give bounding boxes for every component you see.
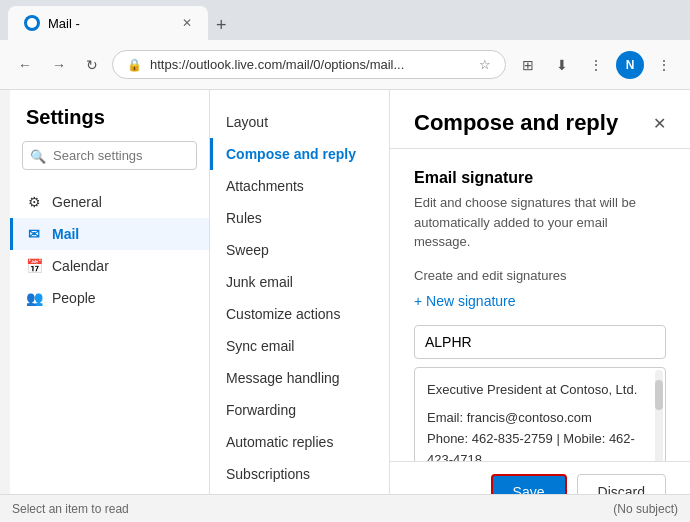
sidebar-item-mail[interactable]: ✉ Mail: [10, 218, 209, 250]
sidebar-item-general[interactable]: ⚙ General: [10, 186, 209, 218]
back-button[interactable]: ←: [12, 53, 38, 77]
profile-button[interactable]: N: [616, 51, 644, 79]
signature-name-input[interactable]: [414, 325, 666, 359]
settings-title: Settings: [10, 106, 209, 141]
middle-menu: Layout Compose and reply Attachments Rul…: [210, 90, 390, 522]
panel-content: Email signature Edit and choose signatur…: [390, 149, 690, 461]
status-right: (No subject): [613, 502, 678, 516]
bookmark-icon: ☆: [479, 57, 491, 72]
address-bar[interactable]: 🔒 https://outlook.live.com/mail/0/option…: [112, 50, 506, 79]
people-icon: 👥: [26, 290, 42, 306]
menu-item-subscriptions[interactable]: Subscriptions: [210, 458, 389, 490]
tab-close-button[interactable]: ✕: [182, 16, 192, 30]
forward-button[interactable]: →: [46, 53, 72, 77]
section-title: Email signature: [414, 169, 666, 187]
nav-icons: ⊞ ⬇ ⋮ N ⋮: [514, 51, 678, 79]
create-label: Create and edit signatures: [414, 268, 666, 283]
panel-close-button[interactable]: ✕: [653, 114, 666, 133]
menu-button[interactable]: ⋮: [650, 51, 678, 79]
sidebar-item-people[interactable]: 👥 People: [10, 282, 209, 314]
menu-item-attachments[interactable]: Attachments: [210, 170, 389, 202]
menu-item-sweep[interactable]: Sweep: [210, 234, 389, 266]
menu-item-layout[interactable]: Layout: [210, 106, 389, 138]
right-panel: Compose and reply ✕ Email signature Edit…: [390, 90, 690, 522]
active-tab[interactable]: Mail - ✕: [8, 6, 208, 40]
sidebar-item-mail-label: Mail: [52, 226, 79, 242]
address-text: https://outlook.live.com/mail/0/options/…: [150, 57, 471, 72]
tab-bar: Mail - ✕ +: [0, 0, 690, 40]
new-signature-button[interactable]: + New signature: [414, 293, 516, 309]
sidebar-item-calendar[interactable]: 📅 Calendar: [10, 250, 209, 282]
gear-icon: ⚙: [26, 194, 42, 210]
sidebar-item-people-label: People: [52, 290, 96, 306]
menu-item-compose[interactable]: Compose and reply: [210, 138, 389, 170]
extensions-button[interactable]: ⊞: [514, 51, 542, 79]
settings-panel: Settings 🔍 ⚙ General ✉ Mail 📅 Calendar 👥…: [10, 90, 210, 522]
status-left: Select an item to read: [12, 502, 129, 516]
nav-bar: ← → ↻ 🔒 https://outlook.live.com/mail/0/…: [0, 40, 690, 90]
tab-title: Mail -: [48, 16, 80, 31]
sidebar-item-calendar-label: Calendar: [52, 258, 109, 274]
panel-title: Compose and reply: [414, 110, 618, 136]
menu-item-auto-replies[interactable]: Automatic replies: [210, 426, 389, 458]
menu-item-forwarding[interactable]: Forwarding: [210, 394, 389, 426]
download-button[interactable]: ⬇: [548, 51, 576, 79]
search-settings-input[interactable]: [22, 141, 197, 170]
scrollbar-thumb[interactable]: [655, 380, 663, 410]
mail-icon: ✉: [26, 226, 42, 242]
menu-item-sync[interactable]: Sync email: [210, 330, 389, 362]
signature-content: Executive President at Contoso, Ltd. Ema…: [427, 380, 653, 462]
menu-item-message[interactable]: Message handling: [210, 362, 389, 394]
search-settings-container: 🔍: [22, 141, 197, 170]
panel-header: Compose and reply ✕: [390, 90, 690, 149]
menu-item-rules[interactable]: Rules: [210, 202, 389, 234]
menu-item-customize[interactable]: Customize actions: [210, 298, 389, 330]
lock-icon: 🔒: [127, 58, 142, 72]
left-rail: [0, 90, 10, 522]
calendar-icon: 📅: [26, 258, 42, 274]
main-container: Settings 🔍 ⚙ General ✉ Mail 📅 Calendar 👥…: [0, 90, 690, 522]
signature-content-box[interactable]: Executive President at Contoso, Ltd. Ema…: [414, 367, 666, 462]
search-icon: 🔍: [30, 148, 46, 163]
menu-item-junk[interactable]: Junk email: [210, 266, 389, 298]
section-desc: Edit and choose signatures that will be …: [414, 193, 666, 252]
settings-button[interactable]: ⋮: [582, 51, 610, 79]
refresh-button[interactable]: ↻: [80, 53, 104, 77]
new-tab-button[interactable]: +: [208, 11, 235, 40]
sidebar-item-general-label: General: [52, 194, 102, 210]
bottom-bar: Select an item to read (No subject): [0, 494, 690, 522]
tab-favicon: [24, 15, 40, 31]
scrollbar[interactable]: [655, 370, 663, 462]
